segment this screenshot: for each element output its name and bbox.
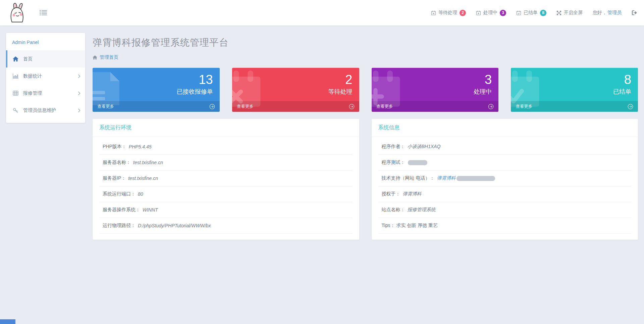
info-value: 80 [138, 191, 143, 197]
greeting-text: 您好， [593, 10, 607, 16]
info-label: 运行物理路径： [103, 223, 136, 229]
card-label: 处理中 [474, 88, 492, 96]
arrow-circle-right-icon [488, 104, 494, 109]
top-navbar: 等待处理 2 处理中 3 已结单 8 [0, 0, 644, 26]
done-count-badge: 8 [540, 10, 546, 16]
card-more-link[interactable]: 查看更多 [232, 101, 359, 112]
redacted-value [457, 176, 495, 181]
sidebar-item-label: 报修管理 [23, 90, 42, 96]
nav-done-item[interactable]: 已结单 8 [516, 10, 546, 16]
sidebar-item-home[interactable]: 首页 [6, 50, 85, 67]
info-value: 报修管理系统 [408, 207, 436, 213]
card-value: 3 [485, 73, 492, 87]
card-value: 8 [624, 73, 631, 87]
breadcrumb-home-link[interactable]: 管理首页 [100, 54, 118, 60]
sidebar-item-admin-maintenance[interactable]: 管理员信息维护 [6, 102, 85, 119]
card-label: 等待处理 [328, 88, 353, 96]
home-icon [12, 56, 19, 62]
system-environment-panel: 系统运行环境 PHP版本： PHP5.4.45 服务器名称： test.txis… [93, 119, 359, 240]
redacted-value [408, 160, 427, 165]
info-label: 服务器IP： [103, 175, 126, 181]
card-more-link[interactable]: 查看更多 [93, 101, 220, 112]
nav-done-label: 已结单 [524, 10, 538, 16]
panel-title: 系统信息 [378, 125, 400, 130]
more-label: 查看更多 [376, 104, 393, 109]
info-label: 程序作者： [382, 144, 405, 150]
more-label: 查看更多 [237, 104, 254, 109]
calendar-plus-icon [476, 10, 481, 15]
info-row-site-name: 站点名称： 报修管理系统 [378, 202, 632, 218]
sidebar-item-statistics[interactable]: 数据统计 [6, 67, 85, 85]
rabbit-logo[interactable] [7, 2, 28, 24]
stat-card-received: 13 已接收报修单 查看更多 [93, 68, 220, 112]
nav-pending-label: 等待处理 [438, 10, 457, 16]
stat-card-pending: 2 等待处理 查看更多 [232, 68, 359, 112]
card-more-link[interactable]: 查看更多 [511, 101, 638, 112]
logout-button[interactable] [632, 10, 637, 15]
sidebar-item-repairs[interactable]: 报修管理 [6, 85, 85, 102]
arrow-circle-right-icon [349, 104, 355, 109]
username-link[interactable]: 管理员 [607, 10, 622, 16]
card-body: 8 已结单 [511, 68, 638, 101]
info-label: 系统运行端口： [103, 191, 136, 197]
more-label: 查看更多 [516, 104, 532, 109]
info-row-author: 程序作者： 小谈谈BH1XAQ [378, 139, 632, 155]
info-row-php-version: PHP版本： PHP5.4.45 [99, 139, 353, 155]
stat-card-done: 8 已结单 查看更多 [511, 68, 638, 112]
nav-processing-item[interactable]: 处理中 3 [476, 10, 506, 16]
card-body: 3 处理中 [372, 68, 499, 101]
info-row-tester: 程序测试： [378, 155, 632, 171]
panel-header: 系统信息 [372, 119, 638, 137]
chevron-right-icon [78, 74, 80, 78]
table-icon [12, 91, 19, 96]
info-value: D:/phpStudy/PHPTutorial/WWW/bx [138, 223, 211, 228]
rabbit-logo-icon [8, 2, 26, 23]
tech-support-link[interactable]: 弹霄博科 [437, 175, 455, 181]
calendar-times-icon [431, 10, 436, 15]
list-icon [40, 10, 47, 16]
panel-title: 系统运行环境 [99, 125, 131, 130]
info-row-server-ip: 服务器IP： test.txisfine.cn [99, 171, 353, 186]
info-panels-row: 系统运行环境 PHP版本： PHP5.4.45 服务器名称： test.txis… [93, 119, 638, 240]
fullscreen-expand-icon [556, 10, 561, 15]
info-value: test.txisfine.cn [128, 176, 158, 181]
nav-processing-label: 处理中 [483, 10, 497, 16]
chevron-right-icon [78, 108, 80, 112]
info-row-server-os: 服务器操作系统： WINNT [99, 202, 353, 218]
info-row-server-name: 服务器名称： test.txisfine.cn [99, 155, 353, 171]
nav-pending-item[interactable]: 等待处理 2 [431, 10, 466, 16]
info-row-licensed-to: 授权于： 弹霄博科 [378, 186, 632, 202]
breadcrumb: 管理首页 [93, 54, 638, 60]
key-icon [12, 108, 19, 113]
info-label: 站点名称： [382, 207, 405, 213]
info-label: 授权于： [382, 191, 400, 197]
sign-out-icon [632, 10, 637, 15]
info-value: 弹霄博科 [403, 191, 422, 197]
info-value: PHP5.4.45 [129, 144, 152, 149]
card-body: 13 已接收报修单 [93, 68, 220, 101]
main-content: 弹霄博科报修管理系统管理平台 管理首页 13 已接收报修单 查看更多 [93, 26, 638, 240]
fullscreen-button[interactable]: 开启全屏 [556, 10, 583, 16]
card-value: 13 [199, 73, 213, 87]
processing-count-badge: 3 [500, 10, 506, 16]
info-value: 求实 创新 厚德 重艺 [396, 223, 438, 229]
card-body: 2 等待处理 [232, 68, 359, 101]
navbar-right: 等待处理 2 处理中 3 已结单 8 [431, 10, 637, 16]
info-label: 服务器名称： [103, 159, 131, 166]
chevron-right-icon [78, 91, 80, 95]
panel-header: 系统运行环境 [93, 119, 359, 137]
arrow-circle-right-icon [209, 104, 215, 109]
info-row-physical-path: 运行物理路径： D:/phpStudy/PHPTutorial/WWW/bx [99, 218, 353, 234]
sidebar: Admin Panel 首页 数据统计 [6, 33, 85, 123]
info-row-tech-support: 技术支持（网站 电话）： 弹霄博科 [378, 171, 632, 186]
arrow-circle-right-icon [628, 104, 633, 109]
sidebar-item-label: 数据统计 [23, 73, 42, 79]
card-label: 已接收报修单 [177, 88, 213, 96]
info-value: 小谈谈BH1XAQ [408, 144, 441, 150]
sidebar-toggle-button[interactable] [40, 10, 47, 16]
card-more-link[interactable]: 查看更多 [372, 101, 499, 112]
panel-body: PHP版本： PHP5.4.45 服务器名称： test.txisfine.cn… [93, 137, 359, 240]
user-greeting: 您好， 管理员 [593, 10, 622, 16]
stat-card-processing: 3 处理中 查看更多 [372, 68, 499, 112]
pending-count-badge: 2 [460, 10, 466, 16]
